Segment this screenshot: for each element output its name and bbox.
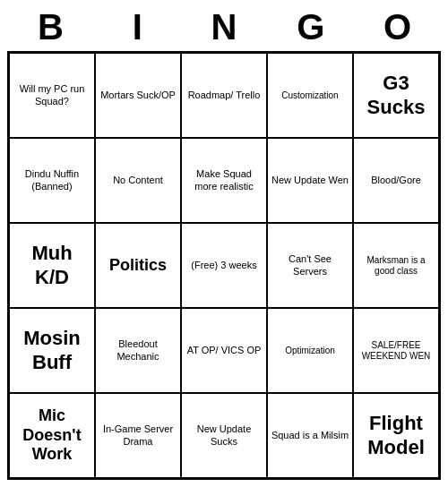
bingo-cell: Mortars Suck/OP xyxy=(95,53,181,138)
letter-i: I xyxy=(94,7,181,47)
bingo-cell: New Update Sucks xyxy=(181,393,267,478)
bingo-header: B I N G O xyxy=(7,7,441,47)
bingo-cell: SALE/FREE WEEKEND WEN xyxy=(353,308,439,393)
letter-b: B xyxy=(7,7,94,47)
letter-n: N xyxy=(181,7,268,47)
bingo-cell: No Content xyxy=(95,138,181,223)
bingo-cell: Optimization xyxy=(267,308,353,393)
bingo-cell: Marksman is a good class xyxy=(353,223,439,308)
bingo-cell: Muh K/D xyxy=(9,223,95,308)
bingo-cell: Blood/Gore xyxy=(353,138,439,223)
letter-o: O xyxy=(354,7,441,47)
bingo-cell: Make Squad more realistic xyxy=(181,138,267,223)
bingo-cell: New Update Wen xyxy=(267,138,353,223)
bingo-cell: Can't See Servers xyxy=(267,223,353,308)
bingo-cell: AT OP/ VICS OP xyxy=(181,308,267,393)
bingo-cell: Politics xyxy=(95,223,181,308)
bingo-cell: Roadmap/ Trello xyxy=(181,53,267,138)
bingo-cell: Squad is a Milsim xyxy=(267,393,353,478)
bingo-cell: (Free) 3 weeks xyxy=(181,223,267,308)
letter-g: G xyxy=(267,7,354,47)
bingo-grid: Will my PC run Squad?Mortars Suck/OPRoad… xyxy=(7,51,441,480)
bingo-cell: In-Game Server Drama xyxy=(95,393,181,478)
bingo-cell: Flight Model xyxy=(353,393,439,478)
bingo-cell: Customization xyxy=(267,53,353,138)
bingo-cell: Dindu Nuffin (Banned) xyxy=(9,138,95,223)
bingo-cell: Mosin Buff xyxy=(9,308,95,393)
bingo-cell: Bleedout Mechanic xyxy=(95,308,181,393)
bingo-cell: G3 Sucks xyxy=(353,53,439,138)
bingo-cell: Will my PC run Squad? xyxy=(9,53,95,138)
bingo-cell: Mic Doesn't Work xyxy=(9,393,95,478)
